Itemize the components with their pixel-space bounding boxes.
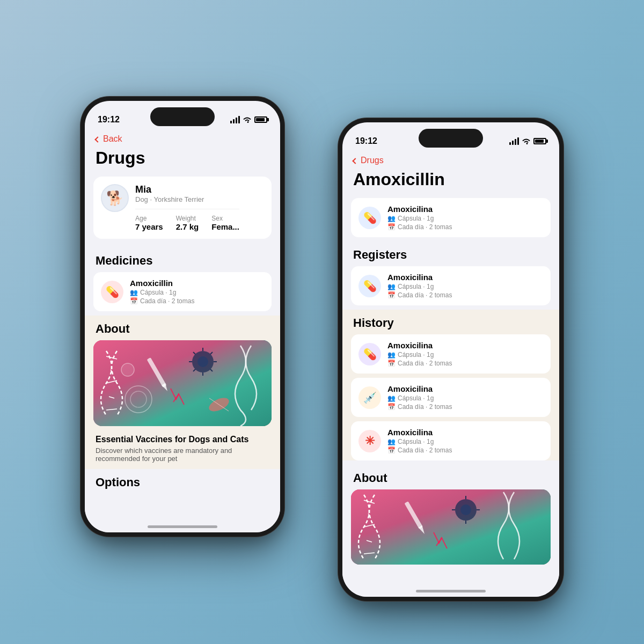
registers-card[interactable]: 💊 Amoxicilina 👥 Cápsula · 1g 📅 Cada día … xyxy=(351,266,551,305)
nav-back-button-front[interactable]: Drugs xyxy=(342,151,559,167)
dynamic-island-back xyxy=(150,107,215,126)
history-info-2: Amoxicilina 👥 Cápsula · 1g 📅 Cada día · … xyxy=(387,384,452,411)
weight-label: Weight xyxy=(176,215,199,222)
front-medicine-name: Amoxicilina xyxy=(387,204,452,214)
nav-back-button[interactable]: Back xyxy=(85,130,280,146)
home-indicator-front xyxy=(416,590,486,592)
history-detail1-3: 👥 Cápsula · 1g xyxy=(387,438,452,445)
home-indicator-back xyxy=(148,525,217,528)
svg-point-17 xyxy=(197,356,208,367)
calendar-icon-back: 📅 xyxy=(130,297,138,305)
history-info-1: Amoxicilina 👥 Cápsula · 1g 📅 Cada día · … xyxy=(387,341,452,367)
people-icon-h3: 👥 xyxy=(387,438,396,445)
history-section-title: History xyxy=(342,310,559,334)
chevron-left-icon xyxy=(94,136,100,142)
age-value: 7 years xyxy=(135,222,163,231)
medicine-card-back[interactable]: 💊 Amoxicillin 👥 Cápsula · 1g 📅 Cada día … xyxy=(93,272,272,311)
history-icon-2: 💉 xyxy=(358,386,381,409)
front-medicine-icon: 💊 xyxy=(358,207,381,229)
history-item-2[interactable]: 💉 Amoxicilina 👥 Cápsula · 1g 📅 Cada día … xyxy=(351,378,551,417)
medicines-section-title: Medicines xyxy=(85,247,280,272)
history-icon-1: 💊 xyxy=(358,343,381,365)
amoxicillin-page-title: Amoxicillin xyxy=(342,167,559,198)
sex-value: Fema... xyxy=(211,222,239,231)
history-name-1: Amoxicilina xyxy=(387,341,452,350)
about-title-front: About xyxy=(342,465,559,489)
pet-stat-age: Age 7 years xyxy=(135,215,163,231)
status-time-front: 19:12 xyxy=(355,136,377,146)
drugs-page-title: Drugs xyxy=(85,146,280,177)
nav-back-label-front: Drugs xyxy=(361,156,384,165)
registers-detail1: 👥 Cápsula · 1g xyxy=(387,283,452,290)
front-medicine-detail2: 📅 Cada día · 2 tomas xyxy=(387,223,452,231)
medicine-icon-red: 💊 xyxy=(101,281,123,303)
pet-breed: Dog · Yorkshire Terrier xyxy=(135,195,239,203)
people-icon-back: 👥 xyxy=(130,289,138,296)
calendar-icon-reg: 📅 xyxy=(387,291,396,299)
wifi-icon-back xyxy=(243,116,252,123)
phone-back: 19:12 xyxy=(80,97,284,537)
registers-section-title: Registers xyxy=(342,241,559,266)
status-time-back: 19:12 xyxy=(98,115,120,125)
options-title: Options xyxy=(85,469,280,494)
signal-icon-back xyxy=(230,116,240,123)
options-section: Options xyxy=(85,469,280,494)
about-image-front xyxy=(351,489,551,565)
screen-front-content: Drugs Amoxicillin 💊 Amoxicilina 👥 Cápsul… xyxy=(342,151,559,597)
history-item-1[interactable]: 💊 Amoxicilina 👥 Cápsula · 1g 📅 Cada día … xyxy=(351,334,551,374)
about-section-back: About xyxy=(85,316,280,469)
front-medicine-detail1: 👥 Cápsula · 1g xyxy=(387,215,452,222)
history-info-3: Amoxicilina 👥 Cápsula · 1g 📅 Cada día · … xyxy=(387,428,452,454)
about-card-desc-back: Discover which vaccines are mandatory an… xyxy=(85,447,280,469)
pet-stats: Age 7 years Weight 2.7 kg Sex Fema... xyxy=(135,209,239,231)
pet-name: Mia xyxy=(135,184,239,195)
history-section: History 💊 Amoxicilina 👥 Cápsula · 1g 📅 xyxy=(342,310,559,460)
people-icon-h1: 👥 xyxy=(387,351,396,358)
calendar-icon-h2: 📅 xyxy=(387,403,396,411)
about-image-content-front xyxy=(351,489,551,565)
about-image-back xyxy=(93,340,272,426)
pet-card[interactable]: 🐕 Mia Dog · Yorkshire Terrier Age 7 year… xyxy=(93,177,272,239)
history-name-2: Amoxicilina xyxy=(387,384,452,393)
age-label: Age xyxy=(135,215,163,222)
front-medicine-card[interactable]: 💊 Amoxicilina 👥 Cápsula · 1g 📅 Cada día … xyxy=(351,198,551,237)
sex-label: Sex xyxy=(211,215,239,222)
medicine-name-back: Amoxicillin xyxy=(130,279,194,288)
battery-icon-front xyxy=(533,138,546,144)
history-detail1-2: 👥 Cápsula · 1g xyxy=(387,394,452,402)
history-item-3[interactable]: ✳ Amoxicilina 👥 Cápsula · 1g 📅 Cada día … xyxy=(351,421,551,460)
pet-stat-sex: Sex Fema... xyxy=(211,215,239,231)
registers-icon: 💊 xyxy=(358,275,381,297)
chevron-left-icon-front xyxy=(352,158,358,164)
medicine-info-back: Amoxicillin 👥 Cápsula · 1g 📅 Cada día · … xyxy=(130,279,194,305)
people-icon-h2: 👥 xyxy=(387,394,396,402)
pet-info: Mia Dog · Yorkshire Terrier Age 7 years … xyxy=(135,184,239,231)
history-detail2-3: 📅 Cada día · 2 tomas xyxy=(387,447,452,454)
nav-back-label: Back xyxy=(103,134,122,144)
status-icons-back xyxy=(230,116,267,123)
pet-stat-weight: Weight 2.7 kg xyxy=(176,215,199,231)
signal-icon-front xyxy=(509,137,519,145)
calendar-icon-front: 📅 xyxy=(387,223,396,231)
dynamic-island-front xyxy=(419,129,483,148)
registers-name: Amoxicilina xyxy=(387,273,452,282)
status-icons-front xyxy=(509,137,546,145)
svg-point-20 xyxy=(121,363,134,376)
battery-icon-back xyxy=(254,116,267,123)
registers-info: Amoxicilina 👥 Cápsula · 1g 📅 Cada día · … xyxy=(387,273,452,299)
phone-front: 19:12 xyxy=(338,118,564,601)
history-detail2-2: 📅 Cada día · 2 tomas xyxy=(387,403,452,411)
svg-point-36 xyxy=(460,504,471,515)
medicine-detail1-back: 👥 Cápsula · 1g xyxy=(130,289,194,296)
front-medicine-info: Amoxicilina 👥 Cápsula · 1g 📅 Cada día · … xyxy=(387,204,452,231)
medicine-detail2-back: 📅 Cada día · 2 tomas xyxy=(130,297,194,305)
screen-back-content: Back Drugs 🐕 Mia Dog · Yorkshire Terrier… xyxy=(85,130,280,532)
about-card-title-back: Essential Vaccines for Dogs and Cats xyxy=(85,430,280,447)
history-icon-3: ✳ xyxy=(358,430,381,452)
history-detail2-1: 📅 Cada día · 2 tomas xyxy=(387,360,452,367)
calendar-icon-h3: 📅 xyxy=(387,447,396,454)
pet-avatar: 🐕 xyxy=(101,184,129,212)
weight-value: 2.7 kg xyxy=(176,222,199,231)
registers-detail2: 📅 Cada día · 2 tomas xyxy=(387,291,452,299)
history-name-3: Amoxicilina xyxy=(387,428,452,437)
